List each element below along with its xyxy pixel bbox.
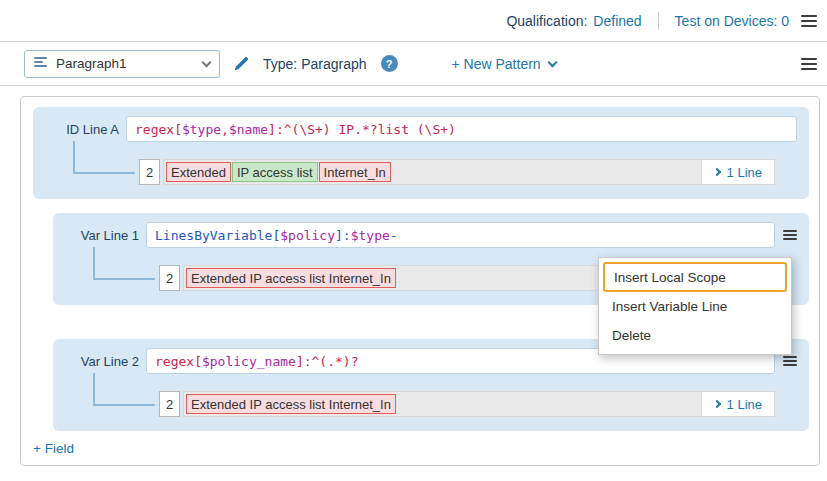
top-header: Qualification: Defined Test on Devices: … [0,0,827,42]
code-segment: ]:^(\S+) IP.*?list (\S+) [268,122,456,137]
help-icon[interactable]: ? [381,55,398,72]
id-line-a-section: ID Line A regex[ $type , $name ]:^(\S+) … [33,107,809,199]
match-count-badge: 2 [159,391,180,417]
code-segment: $type [351,228,390,243]
code-segment: $policy [280,228,335,243]
match-preview-bar: Extended IP access list Internet_In 1 Li… [163,159,775,185]
id-line-a-label: ID Line A [49,122,119,137]
add-field-button[interactable]: + Field [33,441,74,456]
var-line-1-input[interactable]: LinesByVariable[ $policy ]: $type - [146,222,775,248]
pattern-editor-page: Qualification: Defined Test on Devices: … [0,0,827,481]
code-segment: ]: [335,228,351,243]
code-segment: $policy_name [202,354,296,369]
new-pattern-label: + New Pattern [452,56,541,72]
vertical-divider [658,12,659,30]
match-token: IP access list [232,162,318,182]
pattern-select[interactable]: Paragraph1 [24,50,220,78]
code-segment: ]:^(.*)? [296,354,359,369]
qualification-group: Qualification: Defined [506,13,641,29]
var-line-2-menu-icon[interactable] [783,356,797,366]
header-menu-icon[interactable] [801,15,817,27]
var-line-2-match-row: 2 Extended IP access list Internet_In 1 … [159,391,775,417]
match-token: Internet_In [319,162,391,182]
code-segment: $type [182,122,221,137]
tree-connector [93,247,155,280]
context-menu-item-delete[interactable]: Delete [603,321,787,350]
match-count-badge: 2 [159,265,180,291]
context-menu-item-insert-variable-line[interactable]: Insert Variable Line [603,292,787,321]
code-segment: $name [229,122,268,137]
var-line-1-menu-icon[interactable] [783,230,797,240]
pattern-select-value: Paragraph1 [56,56,127,71]
paragraph-icon [34,56,48,71]
match-count-badge: 2 [139,159,160,185]
line-count-label: 1 Line [727,397,762,412]
context-menu: Insert Local Scope Insert Variable Line … [598,257,792,355]
code-segment: - [390,228,398,243]
pattern-toolbar: Paragraph1 Type: Paragraph ? + New Patte… [0,42,827,86]
chevron-right-icon [712,400,720,408]
type-label: Type: Paragraph [263,56,367,72]
qualification-label: Qualification: [506,13,587,29]
line-count-label: 1 Line [727,165,762,180]
tree-connector [73,141,135,174]
match-token: Extended [166,162,231,182]
header-right-group: Qualification: Defined Test on Devices: … [506,12,827,30]
code-segment: LinesByVariable[ [155,228,280,243]
toolbar-menu-icon[interactable] [801,58,817,70]
expand-lines-button[interactable]: 1 Line [701,160,774,184]
qualification-value-link[interactable]: Defined [593,13,641,29]
match-token: Extended IP access list Internet_In [186,394,396,414]
code-segment: regex[ [135,122,182,137]
code-segment: , [221,122,229,137]
expand-lines-button[interactable]: 1 Line [701,392,774,416]
id-line-a-row: ID Line A regex[ $type , $name ]:^(\S+) … [33,107,809,142]
chevron-down-icon [202,57,212,67]
tree-connector [93,373,155,406]
var-line-1-label: Var Line 1 [69,228,139,243]
var-line-1-row: Var Line 1 LinesByVariable[ $policy ]: $… [53,213,809,248]
id-line-a-match-row: 2 Extended IP access list Internet_In 1 … [139,159,775,185]
edit-pencil-icon[interactable] [234,56,249,71]
test-on-devices-link[interactable]: Test on Devices: 0 [675,13,789,29]
context-menu-item-insert-local-scope[interactable]: Insert Local Scope [603,262,787,292]
var-line-2-label: Var Line 2 [69,354,139,369]
id-line-a-input[interactable]: regex[ $type , $name ]:^(\S+) IP.*?list … [126,116,797,142]
code-segment: regex[ [155,354,202,369]
chevron-down-icon [547,57,557,67]
match-preview-bar: Extended IP access list Internet_In 1 Li… [183,391,775,417]
match-token: Extended IP access list Internet_In [186,268,396,288]
chevron-right-icon [712,168,720,176]
new-pattern-button[interactable]: + New Pattern [452,56,556,72]
